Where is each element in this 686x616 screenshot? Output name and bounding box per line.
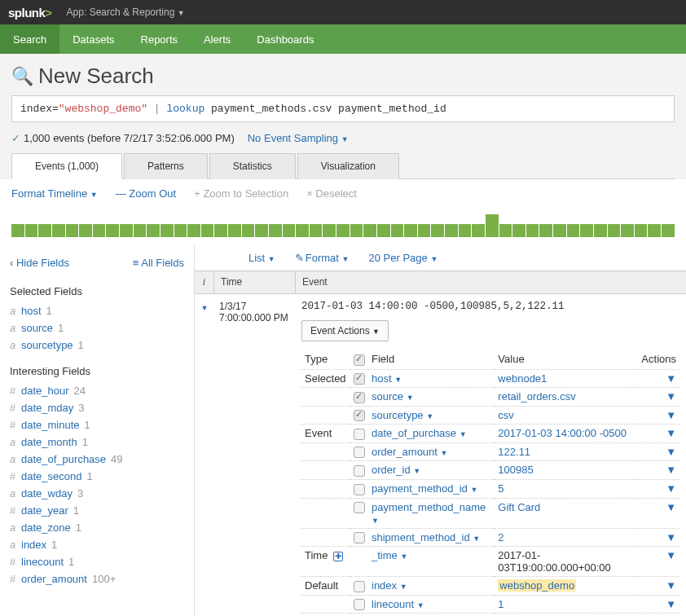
all-fields[interactable]: ≡ All Fields <box>133 257 184 269</box>
tab-visualization[interactable]: Visualization <box>297 153 399 179</box>
field-checkbox[interactable] <box>354 581 365 592</box>
field-date_hour[interactable]: #date_hour24 <box>10 382 184 399</box>
field-row: Selectedhost ▼webnode1▼ <box>301 369 679 388</box>
actions-chevron[interactable]: ▼ <box>666 446 676 458</box>
field-checkbox[interactable] <box>354 465 365 477</box>
field-link[interactable]: order_amount ▼ <box>372 446 447 458</box>
nav-dashboards[interactable]: Dashboards <box>244 24 327 54</box>
field-date_year[interactable]: #date_year1 <box>10 502 184 519</box>
format-menu[interactable]: ✎Format ▼ <box>295 252 350 264</box>
tab-patterns[interactable]: Patterns <box>124 153 208 179</box>
actions-chevron[interactable]: ▼ <box>666 372 676 385</box>
tab-events[interactable]: Events (1,000) <box>11 153 122 179</box>
navbar: Search Datasets Reports Alerts Dashboard… <box>0 24 686 54</box>
perpage-menu[interactable]: 20 Per Page ▼ <box>369 252 438 264</box>
field-value[interactable]: 122.11 <box>498 446 530 458</box>
field-checkbox[interactable] <box>354 484 365 495</box>
field-link[interactable]: _time ▼ <box>372 549 407 561</box>
field-link[interactable]: order_id ▼ <box>372 464 420 476</box>
th-value: Value <box>495 350 638 369</box>
field-index[interactable]: aindex1 <box>10 536 184 553</box>
actions-chevron[interactable]: ▼ <box>666 427 676 439</box>
sampling-menu[interactable]: No Event Sampling ▼ <box>248 132 349 144</box>
actions-chevron[interactable]: ▼ <box>666 390 676 403</box>
zoom-out[interactable]: — Zoom Out <box>116 187 176 200</box>
field-row: Time ✚_time ▼2017-01-03T19:00:00.000+00:… <box>301 547 679 577</box>
field-checkbox[interactable] <box>354 599 365 610</box>
field-date_zone[interactable]: adate_zone1 <box>10 519 184 536</box>
format-timeline[interactable]: Format Timeline ▼ <box>11 187 98 200</box>
hide-fields[interactable]: ‹ Hide Fields <box>10 257 69 269</box>
field-date_wday[interactable]: adate_wday3 <box>10 485 184 502</box>
field-value[interactable]: retail_orders.csv <box>498 390 575 403</box>
tab-statistics[interactable]: Statistics <box>209 153 296 179</box>
th-type: Type <box>301 350 350 369</box>
field-value[interactable]: Gift Card <box>498 501 540 513</box>
search-input[interactable]: index="webshop_demo" | lookup payment_me… <box>11 95 675 122</box>
event-count: 1,000 events (before 7/2/17 3:52:06.000 … <box>24 132 235 144</box>
list-menu[interactable]: List ▼ <box>248 252 275 264</box>
field-checkbox[interactable] <box>354 410 365 421</box>
field-checkbox[interactable] <box>354 392 365 403</box>
field-checkbox[interactable] <box>354 447 365 458</box>
field-link[interactable]: linecount ▼ <box>372 598 424 610</box>
field-host[interactable]: ahost1 <box>10 302 184 319</box>
field-source[interactable]: asource1 <box>10 319 184 337</box>
field-link[interactable]: shipment_method_id ▼ <box>372 531 480 543</box>
field-checkbox[interactable] <box>354 502 365 513</box>
field-value[interactable]: webshop_demo <box>498 579 576 592</box>
actions-chevron[interactable]: ▼ <box>666 579 676 592</box>
actions-chevron[interactable]: ▼ <box>666 482 676 495</box>
time-add-icon[interactable]: ✚ <box>333 552 343 561</box>
nav-alerts[interactable]: Alerts <box>191 24 244 54</box>
field-value[interactable]: 5 <box>498 482 504 495</box>
raw-event[interactable]: 2017-01-03 14:00:00 -0500,100985,5,2,122… <box>301 301 679 312</box>
field-value[interactable]: webnode1 <box>498 372 547 385</box>
field-sourcetype[interactable]: asourcetype1 <box>10 337 184 354</box>
field-value[interactable]: 2 <box>498 531 504 543</box>
search-icon: 🔍 <box>11 66 33 87</box>
field-value[interactable]: 2017-01-03T19:00:00.000+00:00 <box>498 549 610 574</box>
actions-chevron[interactable]: ▼ <box>666 598 676 610</box>
field-checkbox[interactable] <box>354 429 365 440</box>
field-linecount[interactable]: #linecount1 <box>10 553 184 570</box>
field-value[interactable]: csv <box>498 409 514 421</box>
field-date_mday[interactable]: #date_mday3 <box>10 399 184 416</box>
field-link[interactable]: payment_method_name ▼ <box>372 501 486 526</box>
field-row: payment_method_id ▼5▼ <box>301 479 679 498</box>
field-checkbox[interactable] <box>354 532 365 543</box>
expand-chevron[interactable]: ▼ <box>195 301 214 616</box>
field-date_minute[interactable]: #date_minute1 <box>10 416 184 433</box>
field-link[interactable]: source ▼ <box>372 390 414 403</box>
actions-chevron[interactable]: ▼ <box>666 464 676 476</box>
field-link[interactable]: sourcetype ▼ <box>372 409 433 421</box>
field-value[interactable]: 100985 <box>498 464 533 476</box>
nav-reports[interactable]: Reports <box>128 24 191 54</box>
app-menu[interactable]: App: Search & Reporting ▼ <box>67 7 185 18</box>
field-row: linecount ▼1▼ <box>301 595 679 614</box>
field-checkbox[interactable] <box>354 373 365 385</box>
field-date_second[interactable]: #date_second1 <box>10 468 184 485</box>
col-time[interactable]: Time <box>214 271 296 293</box>
field-link[interactable]: date_of_purchase ▼ <box>372 427 467 439</box>
field-row: order_id ▼100985▼ <box>301 461 679 480</box>
nav-search[interactable]: Search <box>0 24 59 54</box>
actions-chevron[interactable]: ▼ <box>666 501 676 513</box>
field-value[interactable]: 1 <box>498 598 504 610</box>
page-title: New Search <box>38 64 154 89</box>
actions-chevron[interactable]: ▼ <box>666 409 676 421</box>
field-link[interactable]: index ▼ <box>372 579 407 592</box>
timeline-toolbar: Format Timeline ▼ — Zoom Out + Zoom to S… <box>0 179 686 208</box>
field-date_of_purchase[interactable]: adate_of_purchase49 <box>10 451 184 468</box>
event-actions-button[interactable]: Event Actions ▼ <box>301 320 389 341</box>
actions-chevron[interactable]: ▼ <box>666 531 676 543</box>
timeline-chart[interactable] <box>0 208 686 245</box>
field-order_amount[interactable]: #order_amount100+ <box>10 570 184 587</box>
fields-sidebar: ‹ Hide Fields ≡ All Fields Selected Fiel… <box>0 245 194 616</box>
actions-chevron[interactable]: ▼ <box>666 549 676 561</box>
field-link[interactable]: payment_method_id ▼ <box>372 482 477 495</box>
field-value[interactable]: 2017-01-03 14:00:00 -0500 <box>498 427 627 439</box>
field-date_month[interactable]: adate_month1 <box>10 433 184 451</box>
field-link[interactable]: host ▼ <box>372 372 402 385</box>
nav-datasets[interactable]: Datasets <box>59 24 127 54</box>
